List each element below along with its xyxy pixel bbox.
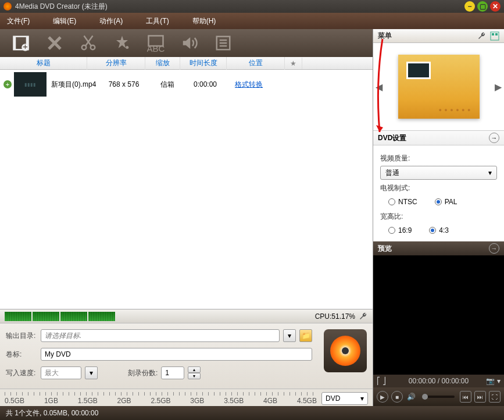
- app-icon: [3, 2, 12, 10]
- cpu-core-4: [88, 312, 115, 321]
- copies-down[interactable]: ▾: [188, 373, 201, 379]
- column-header: 标题 分辨率 缩放 时间长度 位置 ★: [0, 57, 373, 70]
- col-star[interactable]: ★: [285, 58, 302, 69]
- dvd-settings-header: DVD设置 →: [373, 130, 504, 145]
- menu-header: 菜单: [373, 29, 504, 43]
- radio-ntsc[interactable]: NTSC: [388, 198, 417, 206]
- col-res[interactable]: 分辨率: [87, 56, 145, 70]
- add-chapter-icon[interactable]: +: [3, 80, 12, 88]
- col-dur[interactable]: 时间长度: [180, 56, 227, 70]
- cpu-bar: CPU:51.17%: [0, 309, 373, 323]
- speed-input[interactable]: [41, 366, 81, 379]
- svg-rect-1: [14, 37, 16, 50]
- menu-edit[interactable]: 编辑(E): [53, 16, 76, 26]
- settings-icon[interactable]: [359, 312, 368, 321]
- file-row[interactable]: + ▮▮▮▮ 新项目(0).mp4 768 x 576 信箱 0:00:00 格…: [0, 70, 373, 99]
- volume-input[interactable]: [41, 348, 312, 361]
- svg-point-7: [126, 46, 128, 49]
- cpu-core-1: [5, 312, 31, 321]
- maximize-button[interactable]: ▢: [477, 1, 488, 12]
- speed-label: 写入速度:: [6, 368, 37, 378]
- stop-button[interactable]: ■: [391, 391, 403, 403]
- video-quality-select[interactable]: 普通▾: [380, 166, 497, 180]
- delete-button[interactable]: [44, 33, 65, 54]
- effects-button[interactable]: [112, 33, 133, 54]
- chapter-button[interactable]: [213, 33, 234, 54]
- add-file-button[interactable]: +: [10, 33, 31, 54]
- preview-expand[interactable]: →: [489, 243, 499, 254]
- menu-help[interactable]: 帮助(H): [192, 16, 216, 26]
- disc-type-select[interactable]: DVD▾: [321, 392, 368, 405]
- thumbnail: ▮▮▮▮: [14, 72, 47, 97]
- dvd-settings-expand[interactable]: →: [489, 133, 499, 143]
- copies-up[interactable]: ▴: [188, 366, 201, 373]
- copies-label: 刻录份数:: [128, 368, 158, 378]
- bracket-end-icon[interactable]: ⎦: [383, 377, 386, 385]
- dvd-settings-panel: 视频质量: 普通▾ 电视制式: NTSC PAL 宽高比: 16:9 4:3: [373, 145, 504, 241]
- col-title[interactable]: 标题: [0, 56, 87, 70]
- convert-link[interactable]: 格式转换: [226, 80, 272, 90]
- output-dir-input[interactable]: [41, 329, 280, 342]
- menu-action[interactable]: 动作(A): [99, 16, 123, 26]
- menu-template-icon[interactable]: [490, 31, 499, 41]
- file-list: + ▮▮▮▮ 新项目(0).mp4 768 x 576 信箱 0:00:00 格…: [0, 70, 373, 309]
- menu-prev-right[interactable]: ▶: [495, 81, 502, 92]
- volume-slider[interactable]: [422, 396, 455, 398]
- minimize-button[interactable]: −: [464, 1, 475, 12]
- radio-16-9[interactable]: 16:9: [388, 226, 412, 234]
- col-pos[interactable]: 位置: [227, 56, 285, 70]
- file-res: 768 x 576: [98, 80, 150, 88]
- app-title: 4Media DVD Creator (未注册): [15, 2, 108, 12]
- svg-text:+: +: [23, 41, 28, 51]
- radio-4-3[interactable]: 4:3: [429, 226, 449, 234]
- snapshot-icon[interactable]: 📷: [486, 377, 495, 385]
- preview-area: [373, 255, 504, 375]
- bracket-start-icon[interactable]: ⎡: [377, 377, 380, 385]
- titlebar: 4Media DVD Creator (未注册) − ▢ ✕: [0, 0, 504, 13]
- size-ruler: 0.5GB1GB1.5GB2GB2.5GB3GB3.5GB4GB4.5GB DV…: [0, 389, 373, 406]
- preview-header: 预览 →: [373, 241, 504, 255]
- radio-pal[interactable]: PAL: [435, 198, 457, 206]
- prev-frame-button[interactable]: ⏮: [460, 391, 471, 403]
- file-dur: 0:00:00: [185, 80, 226, 88]
- fullscreen-button[interactable]: ⛶: [489, 391, 501, 403]
- menu-file[interactable]: 文件(F): [7, 16, 30, 26]
- menu-prev-left[interactable]: ◀: [376, 81, 383, 92]
- menu-title: 菜单: [378, 31, 392, 41]
- aspect-ratio-label: 宽高比:: [380, 212, 497, 222]
- snapshot-settings-icon[interactable]: ▾: [497, 377, 501, 385]
- cpu-text: CPU:51.17%: [315, 312, 355, 321]
- svg-text:ABC: ABC: [147, 44, 165, 52]
- play-button[interactable]: ▶: [377, 391, 388, 403]
- volume-label: 卷标:: [6, 350, 37, 360]
- menu-tools[interactable]: 工具(T): [146, 16, 169, 26]
- file-name: 新项目(0).mp4: [51, 80, 98, 90]
- toolbar: + ABC: [0, 29, 373, 57]
- svg-rect-12: [492, 33, 494, 35]
- browse-folder-icon[interactable]: 📁: [299, 329, 312, 342]
- time-info: ⎡⎦ 00:00:00 / 00:00:00 📷▾: [373, 375, 504, 387]
- output-dir-label: 输出目录:: [6, 331, 37, 341]
- copies-input[interactable]: [161, 366, 184, 379]
- disc-icon: [330, 336, 360, 366]
- next-frame-button[interactable]: ⏭: [474, 391, 486, 403]
- statusbar: 共 1个文件, 0.05MB, 00:00:00: [0, 406, 504, 420]
- col-zoom[interactable]: 缩放: [145, 56, 180, 70]
- menu-preview: ◀ ● ● ● ● ● ● ▶: [373, 43, 504, 130]
- close-button[interactable]: ✕: [490, 1, 501, 12]
- speed-dropdown[interactable]: ▾: [85, 366, 98, 379]
- output-settings: 输出目录: ▾ 📁 卷标: 写入速度: ▾ 刻录份数:: [0, 323, 373, 389]
- playback-controls: ▶ ■ 🔊 ⏮ ⏭ ⛶: [373, 387, 504, 406]
- menu-tools-icon[interactable]: [477, 31, 487, 41]
- menu-template-thumb[interactable]: ● ● ● ● ● ●: [398, 55, 480, 119]
- cpu-core-2: [33, 312, 59, 321]
- output-dir-dropdown[interactable]: ▾: [283, 329, 296, 342]
- subtitle-button[interactable]: ABC: [145, 33, 166, 54]
- audio-button[interactable]: [179, 33, 200, 54]
- cpu-core-3: [60, 312, 87, 321]
- svg-rect-13: [495, 33, 498, 35]
- cut-button[interactable]: [78, 33, 99, 54]
- burn-button[interactable]: [324, 329, 367, 372]
- file-zoom: 信箱: [150, 80, 185, 90]
- volume-icon[interactable]: 🔊: [407, 393, 416, 401]
